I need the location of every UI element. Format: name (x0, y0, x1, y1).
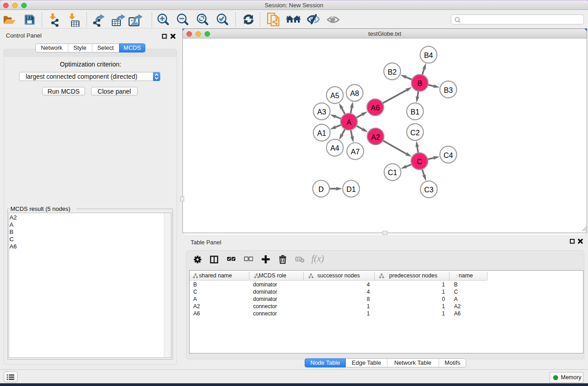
svg-text:C1: C1 (388, 168, 397, 176)
svg-text:A5: A5 (330, 91, 339, 100)
svg-text:B4: B4 (424, 51, 433, 59)
svg-text:C3: C3 (424, 186, 434, 194)
svg-text:A: A (346, 118, 351, 126)
svg-text:C: C (417, 157, 422, 166)
svg-text:B1: B1 (411, 108, 420, 116)
svg-text:A4: A4 (330, 144, 339, 152)
svg-text:C4: C4 (444, 151, 453, 159)
svg-text:C2: C2 (411, 129, 420, 137)
svg-text:B: B (417, 79, 422, 87)
svg-text:A3: A3 (317, 108, 326, 116)
svg-text:A7: A7 (351, 148, 360, 156)
svg-text:A8: A8 (350, 89, 359, 97)
svg-text:D: D (318, 185, 324, 193)
svg-text:B3: B3 (444, 86, 453, 94)
svg-text:D1: D1 (346, 185, 356, 193)
svg-text:B2: B2 (387, 68, 397, 76)
svg-text:A1: A1 (317, 129, 326, 137)
svg-text:A6: A6 (371, 104, 380, 112)
svg-text:A2: A2 (371, 133, 380, 141)
